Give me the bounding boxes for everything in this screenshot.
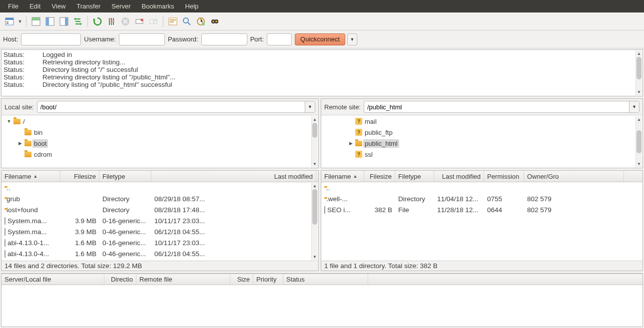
column-header[interactable]: Priority: [253, 274, 283, 285]
column-header[interactable]: Filetype: [395, 171, 434, 182]
host-input[interactable]: [21, 33, 81, 45]
quickconnect-dropdown[interactable]: ▼: [347, 33, 357, 45]
file-row[interactable]: lost+foundDirectory08/28/18 17:48...: [1, 204, 318, 215]
toggle-queue-icon[interactable]: [71, 15, 84, 28]
expand-icon[interactable]: ▼: [5, 119, 12, 124]
column-header[interactable]: Directio: [104, 274, 136, 285]
scroll-down-icon[interactable]: ▼: [312, 161, 318, 167]
file-row[interactable]: abi-4.13.0-4...1.6 MB0-46-generic...06/1…: [1, 248, 318, 259]
menu-server[interactable]: Server: [106, 1, 135, 11]
local-tree-pane: Local site: ▼ ▼/bin▶bootcdrom ▲ ▼: [1, 98, 319, 168]
tree-node[interactable]: cdrom: [1, 149, 318, 160]
column-header[interactable]: Server/Local file: [1, 274, 104, 285]
scroll-down-icon[interactable]: ▼: [636, 89, 642, 95]
menu-help[interactable]: Help: [180, 1, 204, 11]
remote-site-dropdown[interactable]: ▼: [629, 101, 639, 112]
process-queue-icon[interactable]: [105, 15, 118, 28]
site-manager-dropdown[interactable]: ▼: [17, 15, 23, 28]
menu-edit[interactable]: Edit: [24, 1, 45, 11]
cell: 0-16-generic...: [99, 217, 151, 225]
scroll-down-icon[interactable]: ▼: [312, 254, 318, 260]
log-row: Status:Logged in: [3, 51, 641, 58]
column-header[interactable]: Status: [283, 274, 368, 285]
toggle-local-tree-icon[interactable]: [43, 15, 56, 28]
tree-node[interactable]: ?ssl: [321, 149, 643, 160]
file-row[interactable]: grubDirectory08/29/18 08:57...: [1, 193, 318, 204]
directory-compare-icon[interactable]: [180, 15, 193, 28]
remote-tree-pane: Remote site: ▼ ?mail?public_ftp▶public_h…: [321, 98, 643, 168]
file-row[interactable]: System.ma...3.9 MB0-16-generic...10/11/1…: [1, 215, 318, 226]
column-header[interactable]: Filetype: [99, 171, 151, 182]
port-label: Port:: [250, 35, 264, 43]
local-file-list: Filename▲FilesizeFiletypeLast modified .…: [1, 170, 319, 271]
log-text: Retrieving directory listing...: [42, 58, 125, 66]
svg-point-24: [212, 20, 214, 22]
cancel-icon[interactable]: [119, 15, 132, 28]
file-row[interactable]: ..: [1, 182, 318, 193]
column-header[interactable]: Last modified: [151, 171, 316, 182]
scroll-up-icon[interactable]: ▲: [636, 50, 642, 57]
refresh-icon[interactable]: [91, 15, 104, 28]
cell: File: [395, 206, 434, 214]
password-input[interactable]: [201, 33, 247, 45]
filter-icon[interactable]: [166, 15, 179, 28]
column-header[interactable]: Filesize: [364, 171, 395, 182]
port-input[interactable]: [267, 33, 292, 45]
column-header[interactable]: Remote file: [136, 274, 230, 285]
menu-file[interactable]: File: [3, 1, 23, 11]
username-input[interactable]: [119, 33, 165, 45]
sync-browse-icon[interactable]: [194, 15, 207, 28]
menu-transfer[interactable]: Transfer: [71, 1, 105, 11]
reconnect-icon[interactable]: [147, 15, 160, 28]
remote-site-input[interactable]: [364, 101, 629, 112]
log-scrollbar[interactable]: ▲ ▼: [636, 50, 642, 95]
toggle-remote-tree-icon[interactable]: [57, 15, 70, 28]
scroll-up-icon[interactable]: ▲: [636, 116, 642, 123]
column-header[interactable]: Permission: [484, 171, 524, 182]
tree-node[interactable]: ▼/: [1, 116, 318, 127]
column-header[interactable]: Filename▲: [321, 171, 364, 182]
file-row[interactable]: ..: [321, 182, 643, 193]
disconnect-icon[interactable]: [133, 15, 146, 28]
scroll-down-icon[interactable]: ▼: [636, 161, 642, 167]
column-header[interactable]: Filesize: [60, 171, 99, 182]
cell: 0-46-generic...: [99, 250, 151, 258]
file-row[interactable]: .well-...Directory11/04/18 12...0755802 …: [321, 193, 643, 204]
filename: System.ma...: [7, 228, 47, 236]
site-manager-icon[interactable]: [3, 15, 16, 28]
file-row[interactable]: abi-4.13.0-1...1.6 MB0-16-generic...10/1…: [1, 237, 318, 248]
column-header[interactable]: Owner/Gro: [524, 171, 624, 182]
local-tree-scrollbar[interactable]: ▲ ▼: [311, 116, 318, 167]
column-header[interactable]: Size: [230, 274, 253, 285]
tree-node[interactable]: ▶boot: [1, 138, 318, 149]
quickconnect-button[interactable]: Quickconnect: [295, 33, 345, 45]
file-icon: [4, 250, 5, 258]
tree-node[interactable]: ?mail: [321, 116, 643, 127]
expand-icon[interactable]: ▶: [16, 141, 23, 146]
column-header[interactable]: Filename▲: [1, 171, 60, 182]
separator: [87, 16, 88, 27]
menu-bookmarks[interactable]: Bookmarks: [137, 1, 179, 11]
scroll-up-icon[interactable]: ▲: [312, 116, 318, 123]
tree-node[interactable]: ?public_ftp: [321, 127, 643, 138]
unknown-icon: ?: [354, 129, 363, 136]
tree-label: mail: [363, 117, 378, 126]
local-list-scrollbar[interactable]: ▲ ▼: [311, 183, 318, 260]
tree-node[interactable]: bin: [1, 127, 318, 138]
file-row[interactable]: System.ma...3.9 MB0-46-generic...06/12/1…: [1, 226, 318, 237]
menu-view[interactable]: View: [46, 1, 70, 11]
filename: .well-...: [326, 195, 348, 203]
expand-icon[interactable]: ▶: [347, 141, 354, 146]
scroll-up-icon[interactable]: ▲: [312, 183, 318, 189]
column-header[interactable]: Last modified: [434, 171, 484, 182]
svg-rect-2: [6, 21, 8, 22]
toggle-log-icon[interactable]: [29, 15, 42, 28]
search-icon[interactable]: [208, 15, 221, 28]
tree-node[interactable]: ▶public_html: [321, 138, 643, 149]
remote-tree-scrollbar[interactable]: ▲ ▼: [636, 116, 642, 167]
local-site-input[interactable]: [37, 101, 305, 112]
file-row[interactable]: SEO i...382 BFile11/28/18 12...0644802 5…: [321, 204, 643, 215]
local-site-dropdown[interactable]: ▼: [305, 101, 315, 112]
file-icon: [4, 239, 5, 247]
column-label: Filetype: [398, 173, 421, 180]
